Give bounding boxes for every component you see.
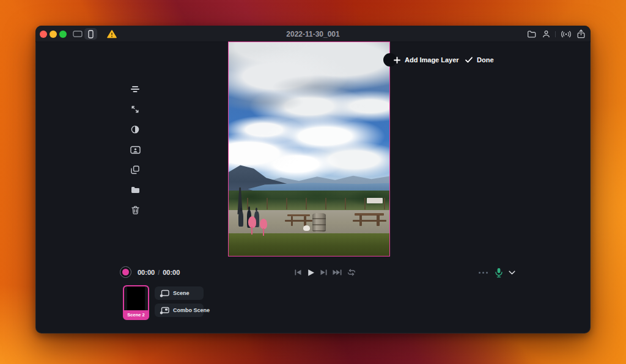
resize-icon[interactable] <box>128 104 142 114</box>
titlebar-divider <box>555 31 556 37</box>
record-group: 00:00 / 00:00 <box>120 266 180 278</box>
window-title: 2022-11-30_001 <box>35 30 591 38</box>
duplicate-icon[interactable] <box>128 165 142 175</box>
photo-grass <box>229 233 389 256</box>
contrast-icon[interactable] <box>128 125 142 134</box>
folder-icon[interactable] <box>128 185 142 195</box>
scene-thumbnail-label: Scene 2 <box>124 310 148 319</box>
done-label: Done <box>477 56 494 64</box>
trash-icon[interactable] <box>128 205 142 215</box>
photo-picnic-table <box>353 213 386 228</box>
skip-to-end-icon[interactable] <box>333 269 342 275</box>
photo-person <box>238 208 246 230</box>
photo-flamingo <box>260 219 267 230</box>
step-forward-icon[interactable] <box>320 269 327 275</box>
folder-icon[interactable] <box>525 26 537 42</box>
add-combo-scene-button[interactable]: Combo Scene <box>155 304 204 317</box>
photo-flamingo <box>248 216 256 228</box>
tool-sidebar <box>125 84 145 215</box>
layers-icon[interactable] <box>128 84 142 94</box>
time-separator: / <box>158 269 160 276</box>
titlebar: 2022-11-30_001 <box>35 26 591 42</box>
cameo-icon[interactable] <box>128 145 142 155</box>
time-display: 00:00 / 00:00 <box>138 269 180 276</box>
broadcast-icon[interactable] <box>559 26 573 42</box>
more-icon[interactable] <box>477 269 489 276</box>
account-icon[interactable] <box>540 26 552 42</box>
scene-thumbnail-frame <box>124 286 148 310</box>
add-scene-button[interactable]: Scene <box>155 286 204 300</box>
microphone-icon[interactable] <box>495 268 503 278</box>
app-window: 2022-11-30_001 <box>35 26 591 333</box>
loop-icon[interactable] <box>347 269 356 276</box>
add-image-layer-button[interactable]: Add Image Layer <box>394 54 459 66</box>
chevron-down-icon[interactable] <box>509 271 515 275</box>
play-icon[interactable] <box>307 269 315 277</box>
plus-icon <box>394 57 400 64</box>
record-button[interactable] <box>120 266 131 278</box>
done-button[interactable]: Done <box>465 54 494 66</box>
scene-icon <box>160 289 169 297</box>
canvas-preview[interactable] <box>228 42 390 257</box>
add-combo-scene-label: Combo Scene <box>173 307 210 313</box>
elapsed-time: 00:00 <box>138 269 155 276</box>
playback-controls <box>295 266 356 278</box>
combo-scene-icon <box>160 307 169 315</box>
skip-back-icon[interactable] <box>295 269 301 275</box>
add-image-layer-label: Add Image Layer <box>405 56 459 64</box>
duration-time: 00:00 <box>163 269 180 276</box>
scene-thumbnail[interactable]: Scene 2 <box>123 285 149 320</box>
check-icon <box>465 57 473 63</box>
add-scene-label: Scene <box>173 290 190 296</box>
photo-barrel <box>312 213 326 232</box>
audio-controls <box>477 265 515 280</box>
share-icon[interactable] <box>574 26 587 42</box>
